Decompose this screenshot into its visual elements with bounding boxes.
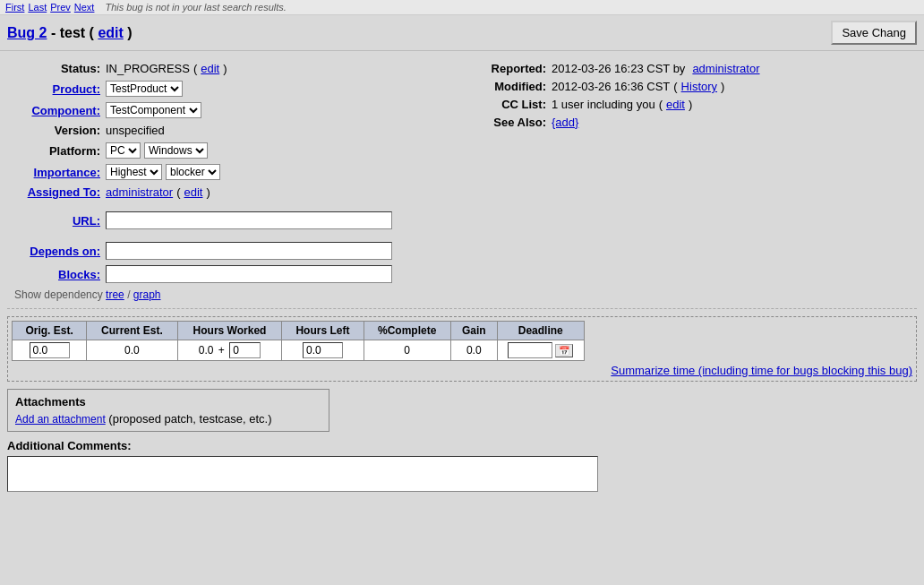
component-link[interactable]: Component:: [31, 104, 100, 117]
nav-last[interactable]: Last: [28, 2, 47, 13]
see-also-label: See Also:: [480, 116, 552, 129]
gain-cell: 0.0: [450, 340, 497, 361]
importance-row: Importance: Highest blocker: [7, 164, 444, 180]
time-table-row: 0.0 0.0 + 0 0.0 📅: [13, 340, 585, 361]
status-label: Status:: [7, 62, 106, 75]
time-table-header: Orig. Est. Current Est. Hours Worked Hou…: [13, 322, 585, 340]
depends-on-input[interactable]: [106, 242, 392, 260]
version-row: Version: unspecified: [7, 124, 444, 137]
nav-prev[interactable]: Prev: [50, 2, 71, 13]
url-value: [106, 211, 392, 229]
percent-complete-cell: 0: [364, 340, 450, 361]
reported-row: Reported: 2012-03-26 16:23 CST by admini…: [480, 62, 917, 75]
header-edit-link[interactable]: edit: [98, 25, 123, 40]
add-attachment-link[interactable]: Add an attachment: [15, 413, 106, 426]
depends-on-label: Depends on:: [7, 245, 106, 258]
priority-select[interactable]: blocker: [166, 164, 220, 180]
component-row: Component: TestComponent: [7, 102, 444, 118]
left-column: Status: IN_PROGRESS ( edit ) Product: Te…: [7, 62, 444, 301]
bug-title-text: test: [60, 25, 85, 40]
blocks-link[interactable]: Blocks:: [58, 268, 100, 281]
cc-list-text: 1 user including you: [552, 98, 655, 111]
product-row: Product: TestProduct: [7, 81, 444, 97]
reported-label: Reported:: [480, 62, 552, 75]
assigned-to-label: Assigned To:: [7, 185, 106, 199]
percent-complete-header: %Complete: [364, 322, 450, 340]
status-row: Status: IN_PROGRESS ( edit ): [7, 62, 444, 75]
hours-worked-input[interactable]: [229, 342, 261, 358]
url-input[interactable]: [106, 211, 392, 229]
current-est-cell: 0.0: [87, 340, 177, 361]
hours-worked-cell: 0.0 +: [177, 340, 282, 361]
nav-first[interactable]: First: [5, 2, 24, 13]
orig-est-header: Orig. Est.: [13, 322, 87, 340]
version-text: unspecified: [106, 124, 165, 137]
version-label: Version:: [7, 124, 106, 137]
cc-list-edit-link[interactable]: edit: [666, 98, 685, 111]
assignee-edit-link[interactable]: edit: [184, 185, 202, 199]
main-content: Status: IN_PROGRESS ( edit ) Product: Te…: [0, 51, 924, 509]
header-separator: -: [51, 25, 60, 40]
hours-worked-header: Hours Worked: [177, 322, 282, 340]
url-link[interactable]: URL:: [73, 214, 100, 228]
dependency-graph-link[interactable]: graph: [133, 288, 161, 301]
orig-est-input[interactable]: [30, 342, 70, 358]
bug-id-link[interactable]: Bug 2: [7, 25, 47, 40]
modified-label: Modified:: [480, 80, 552, 93]
dependency-row: Show dependency tree / graph: [14, 288, 444, 301]
cc-list-row: CC List: 1 user including you ( edit ): [480, 98, 917, 111]
dependency-tree-link[interactable]: tree: [106, 288, 124, 301]
blocks-value: [106, 265, 392, 283]
assigned-to-link[interactable]: Assigned To:: [28, 185, 100, 199]
search-notice: This bug is not in your last search resu…: [105, 2, 286, 13]
comments-label: Additional Comments:: [7, 439, 917, 452]
hours-left-input[interactable]: [303, 342, 343, 358]
reported-value: 2012-03-26 16:23 CST by administrator: [552, 62, 760, 75]
os-select[interactable]: Windows: [144, 142, 208, 159]
assigned-to-value: administrator ( edit ): [106, 185, 210, 199]
component-select[interactable]: TestComponent: [106, 102, 201, 118]
url-row: URL:: [7, 211, 444, 229]
nav-next[interactable]: Next: [74, 2, 95, 13]
depends-on-value: [106, 242, 392, 260]
save-button[interactable]: Save Chang: [831, 21, 917, 45]
product-link[interactable]: Product:: [53, 82, 100, 96]
attachments-add-row: Add an attachment (proposed patch, testc…: [15, 412, 321, 426]
assigned-to-row: Assigned To: administrator ( edit ): [7, 185, 444, 199]
platform-row: Platform: PC Windows: [7, 142, 444, 159]
platform-select[interactable]: PC: [106, 142, 141, 159]
assignee-link[interactable]: administrator: [106, 185, 173, 199]
depends-on-row: Depends on:: [7, 242, 444, 260]
summarize-row: Summarize time (including time for bugs …: [12, 361, 912, 377]
product-label: Product:: [7, 82, 106, 96]
section-divider: [7, 308, 917, 309]
depends-on-link[interactable]: Depends on:: [30, 245, 100, 258]
comments-textarea[interactable]: [7, 456, 598, 492]
severity-select[interactable]: Highest: [106, 164, 162, 180]
comments-section: Additional Comments:: [7, 439, 917, 495]
gain-header: Gain: [450, 322, 497, 340]
blocks-input[interactable]: [106, 265, 392, 283]
cc-list-value: 1 user including you ( edit ): [552, 98, 692, 111]
dependency-show-label: Show dependency: [14, 288, 103, 301]
summarize-link[interactable]: Summarize time (including time for bugs …: [611, 364, 912, 377]
status-edit-link[interactable]: edit: [201, 62, 219, 75]
importance-link[interactable]: Importance:: [34, 166, 100, 179]
see-also-row: See Also: {add}: [480, 116, 917, 129]
product-select[interactable]: TestProduct: [106, 81, 183, 97]
calendar-button[interactable]: 📅: [555, 344, 573, 357]
orig-est-cell: [13, 340, 87, 361]
blocks-row: Blocks:: [7, 265, 444, 283]
hours-worked-base: 0.0: [199, 344, 214, 357]
modified-value: 2012-03-26 16:36 CST ( History ): [552, 80, 724, 93]
current-est-header: Current Est.: [87, 322, 177, 340]
header-row: Bug 2 - test ( edit ) Save Chang: [0, 15, 924, 51]
cc-list-label: CC List:: [480, 98, 552, 111]
hours-left-header: Hours Left: [282, 322, 364, 340]
status-text: IN_PROGRESS: [106, 62, 190, 75]
history-link[interactable]: History: [681, 80, 717, 93]
deadline-input[interactable]: [508, 342, 552, 358]
see-also-add-link[interactable]: {add}: [552, 116, 578, 129]
reporter-link[interactable]: administrator: [692, 62, 759, 75]
reported-date: 2012-03-26 16:23 CST by: [552, 62, 685, 75]
